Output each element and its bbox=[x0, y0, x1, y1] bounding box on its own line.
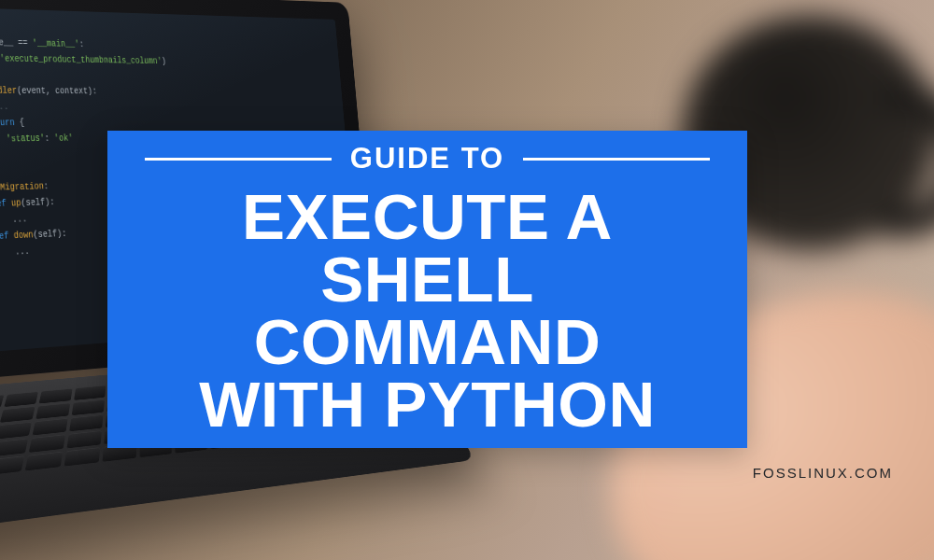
key bbox=[0, 406, 35, 423]
key bbox=[0, 422, 32, 440]
title-line-1: EXECUTE A bbox=[145, 187, 710, 249]
divider-left bbox=[145, 158, 332, 161]
key bbox=[25, 452, 63, 471]
key bbox=[72, 399, 105, 415]
key bbox=[36, 403, 71, 419]
key bbox=[4, 391, 38, 407]
main-title: EXECUTE A SHELL COMMAND WITH PYTHON bbox=[145, 187, 710, 437]
divider-right bbox=[523, 158, 710, 161]
kicker-row: GUIDE TO bbox=[145, 142, 710, 175]
key bbox=[33, 418, 68, 435]
hero-image: if __name__ == '__main__': run('execute_… bbox=[0, 0, 934, 560]
title-banner: GUIDE TO EXECUTE A SHELL COMMAND WITH PY… bbox=[107, 131, 747, 448]
key bbox=[69, 414, 103, 431]
key bbox=[64, 447, 100, 466]
kicker-text: GUIDE TO bbox=[350, 142, 504, 175]
key bbox=[39, 388, 73, 403]
key bbox=[74, 385, 106, 400]
key bbox=[0, 395, 4, 411]
title-line-2: SHELL COMMAND bbox=[145, 249, 710, 374]
key bbox=[0, 455, 25, 475]
watermark: FOSSLINUX.COM bbox=[753, 465, 893, 481]
key bbox=[29, 434, 65, 452]
key bbox=[67, 430, 102, 448]
title-line-3: WITH PYTHON bbox=[145, 374, 710, 437]
key bbox=[0, 439, 29, 457]
